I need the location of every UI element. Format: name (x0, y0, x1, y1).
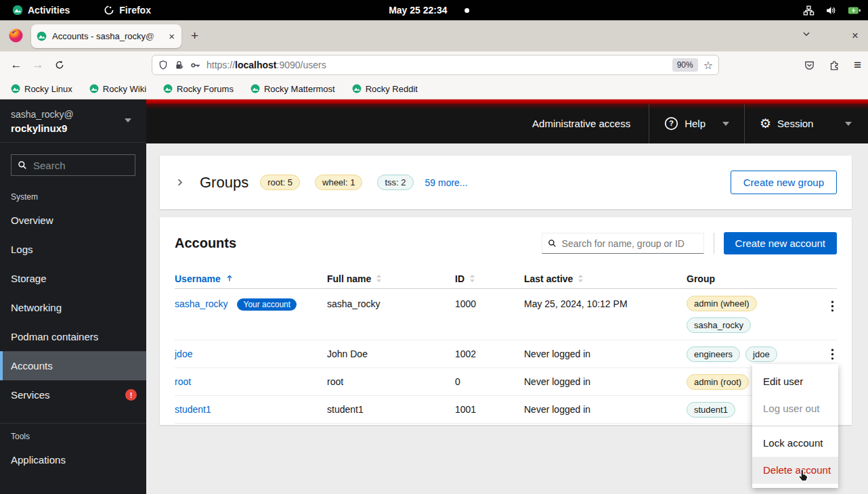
group-chip[interactable]: student1 (687, 402, 735, 418)
username-link[interactable]: sasha_rocky (175, 298, 228, 309)
full-name-cell: sasha_rocky (327, 289, 455, 309)
username-link[interactable]: student1 (175, 404, 211, 415)
tab-close-icon[interactable]: × (167, 30, 176, 42)
accounts-search-input[interactable]: Search for name, group or ID (542, 233, 704, 254)
help-menu-button[interactable]: ? Help (649, 104, 744, 143)
groups-panel: Groups root: 5 wheel: 1 tss: 2 59 more..… (160, 156, 852, 209)
group-chip[interactable]: admin (root) (687, 374, 749, 390)
group-chip[interactable]: sasha_rocky (687, 317, 751, 333)
firefox-logo-icon[interactable] (8, 28, 24, 43)
sidebar-search-input[interactable]: Search (11, 154, 135, 176)
bookmark-rocky-wiki[interactable]: Rocky Wiki (89, 84, 146, 94)
clock-button[interactable]: May 25 22:34 (389, 5, 469, 16)
bookmark-rocky-reddit[interactable]: Rocky Reddit (352, 84, 418, 94)
full-name-cell: root (327, 376, 455, 387)
sidebar-section-tools: Tools (11, 432, 135, 441)
new-tab-button[interactable]: + (191, 29, 198, 43)
menu-item-delete-account[interactable]: Delete account (752, 457, 838, 484)
menu-item-edit-user[interactable]: Edit user (752, 368, 838, 395)
session-menu-button[interactable]: ⚙ Session (745, 104, 868, 143)
mouse-cursor-pointer (796, 468, 810, 482)
forward-button[interactable]: → (27, 58, 49, 72)
rocky-logo-icon (12, 5, 23, 16)
services-alert-badge: ! (125, 389, 137, 401)
bookmark-rocky-linux[interactable]: Rocky Linux (11, 84, 72, 94)
menu-item-log-user-out[interactable]: Log user out (752, 395, 838, 422)
bookmark-rocky-forums[interactable]: Rocky Forums (163, 84, 234, 94)
system-tray[interactable] (803, 0, 861, 20)
browser-toolbar: ← → https://localhost:9090/users 90% ☆ (0, 51, 868, 78)
cockpit-sidebar: sasha_rocky@ rockylinux9 Search System O… (0, 99, 146, 494)
group-chip-tss[interactable]: tss: 2 (377, 175, 413, 190)
rocky-logo-icon (89, 84, 99, 93)
pocket-icon[interactable] (804, 60, 815, 71)
table-row-root: root root 0 Never logged in admin (root) (175, 368, 837, 396)
search-icon (548, 239, 557, 248)
key-icon[interactable] (190, 60, 201, 71)
last-active-cell: May 25, 2024, 10:12 PM (524, 289, 687, 309)
rocky-logo-icon (11, 84, 20, 93)
cockpit-masthead: Administrative access ? Help ⚙ Session (146, 99, 868, 143)
group-chip[interactable]: engineers (687, 346, 740, 362)
sidebar-item-logs[interactable]: Logs (0, 235, 146, 264)
browser-tab-accounts[interactable]: Accounts - sasha_rocky@ × (31, 24, 181, 48)
menu-hamburger-icon[interactable]: ≡ (854, 58, 861, 72)
column-header-last-active[interactable]: Last active (524, 273, 687, 284)
menu-divider (752, 426, 838, 426)
sidebar-item-networking[interactable]: Networking (0, 293, 146, 322)
sidebar-item-applications[interactable]: Applications (0, 445, 146, 474)
bookmarks-bar: Rocky Linux Rocky Wiki Rocky Forums Rock… (0, 78, 868, 99)
sidebar-item-podman-containers[interactable]: Podman containers (0, 322, 146, 351)
create-new-account-button[interactable]: Create new account (724, 232, 837, 254)
back-button[interactable]: ← (5, 58, 27, 72)
session-label: Session (777, 118, 813, 129)
accounts-table-header: Username Full name ID (175, 269, 837, 289)
kebab-menu-icon[interactable] (828, 298, 837, 314)
group-chip[interactable]: jdoe (745, 346, 777, 362)
shield-icon[interactable] (158, 60, 169, 70)
firefox-mono-icon (104, 5, 114, 16)
column-header-full-name[interactable]: Full name (327, 273, 455, 284)
menu-item-lock-account[interactable]: Lock account (752, 430, 838, 457)
group-chip-root[interactable]: root: 5 (260, 175, 300, 190)
username-link[interactable]: root (175, 376, 191, 387)
table-row-student1: student1 student1 1001 Never logged in s… (175, 396, 837, 424)
tab-title: Accounts - sasha_rocky@ (52, 31, 162, 41)
window-close-icon[interactable]: × (852, 29, 859, 43)
sidebar-item-overview[interactable]: Overview (0, 206, 146, 235)
zoom-level-badge[interactable]: 90% (672, 58, 698, 72)
reload-button[interactable] (49, 60, 70, 70)
host-switcher[interactable]: sasha_rocky@ rockylinux9 (0, 99, 146, 143)
groups-more-link[interactable]: 59 more... (425, 177, 468, 188)
extensions-puzzle-icon[interactable] (829, 60, 840, 71)
column-header-username[interactable]: Username (175, 273, 327, 284)
url-bar[interactable]: https://localhost:9090/users 90% ☆ (152, 55, 719, 75)
column-header-group[interactable]: Group (687, 273, 817, 284)
sidebar-search-placeholder: Search (33, 160, 66, 171)
sidebar-item-accounts[interactable]: Accounts (0, 351, 146, 380)
list-tabs-chevron-icon[interactable] (802, 29, 811, 39)
create-new-group-button[interactable]: Create new group (731, 171, 837, 194)
username-link[interactable]: jdoe (175, 349, 192, 359)
help-label: Help (685, 118, 706, 129)
last-active-cell: Never logged in (524, 376, 687, 387)
sortable-icon (469, 274, 475, 283)
screen: Activities Firefox May 25 22:34 (0, 0, 868, 494)
groups-expand-chevron-icon[interactable] (175, 177, 185, 187)
administrative-access-indicator[interactable]: Administrative access (532, 118, 649, 129)
sidebar-item-services[interactable]: Services ! (0, 380, 146, 409)
kebab-menu-icon[interactable] (828, 346, 837, 362)
bookmark-rocky-mattermost[interactable]: Rocky Mattermost (251, 84, 335, 94)
group-chip-wheel[interactable]: wheel: 1 (315, 175, 362, 190)
bookmark-star-icon[interactable]: ☆ (703, 59, 713, 72)
gear-icon: ⚙ (760, 117, 771, 130)
firefox-taskbar-button[interactable]: Firefox (97, 5, 158, 16)
group-chip[interactable]: admin (wheel) (687, 296, 757, 311)
column-header-id[interactable]: ID (455, 273, 524, 284)
last-active-cell: Never logged in (524, 404, 687, 415)
sidebar-item-storage[interactable]: Storage (0, 264, 146, 293)
chevron-down-icon (722, 122, 729, 126)
lock-warning-icon[interactable] (174, 60, 184, 70)
activities-button[interactable]: Activities (5, 5, 77, 16)
table-row-sasha-rocky: sasha_rocky Your account sasha_rocky 100… (175, 289, 837, 340)
